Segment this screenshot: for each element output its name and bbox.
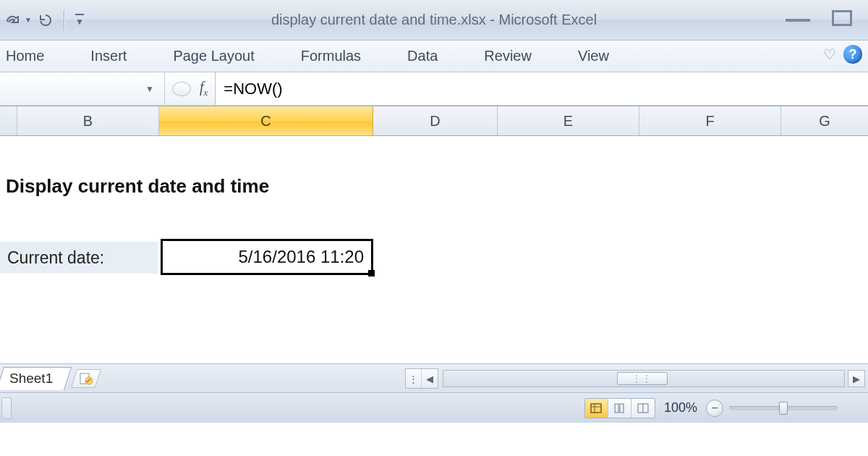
zoom-slider: − + [706,400,861,417]
tab-split-handle[interactable]: ⋮ [406,369,422,388]
horizontal-scroll-area: ⋮ ◀ ⋮⋮ ▶ [405,368,865,389]
column-header-g[interactable]: G [781,106,868,135]
minimize-button[interactable] [786,14,810,22]
svg-rect-6 [620,404,624,413]
help-button[interactable]: ? [843,45,862,64]
maximize-button[interactable] [832,10,852,26]
formula-input[interactable]: =NOW() [216,72,868,105]
status-bar: 100% − + [0,392,868,423]
title-appname: Microsoft Excel [499,12,597,28]
formula-bar-buttons: fx [165,72,216,105]
column-header-b[interactable]: B [17,106,159,135]
view-page-break-button[interactable] [631,399,655,418]
fill-handle[interactable] [368,270,375,276]
active-cell-value: 5/16/2016 11:20 [239,247,365,267]
horizontal-scroll-thumb[interactable]: ⋮⋮ [617,372,668,385]
column-headers: B C D E F G [0,106,868,136]
cancel-formula-button[interactable] [172,82,191,96]
minimize-ribbon-icon[interactable]: ♡ [823,46,836,63]
tab-page-layout[interactable]: Page Layout [171,43,255,69]
zoom-thumb[interactable] [779,402,788,415]
column-header-e[interactable]: E [498,106,639,135]
zoom-track[interactable] [729,406,838,410]
column-header-f[interactable]: F [639,106,781,135]
redo-button[interactable]: ▼ [4,13,32,28]
formula-bar-row: ▼ fx =NOW() [0,72,868,106]
formula-value: =NOW() [224,80,282,98]
tab-scroll-buttons: ⋮ ◀ [405,368,438,389]
view-normal-button[interactable] [585,399,608,418]
svg-rect-5 [615,404,618,413]
tab-scroll-left[interactable]: ◀ [422,369,438,388]
title-bar: ▼ ▼ display current date and time.xlsx -… [0,0,868,41]
new-sheet-button[interactable] [71,369,101,388]
svg-rect-2 [591,404,601,413]
horizontal-scrollbar[interactable]: ⋮⋮ [443,370,845,387]
view-buttons [584,398,655,418]
sheet-tab-bar: Sheet1 ⋮ ◀ ⋮⋮ ▶ [0,363,868,392]
repeat-button[interactable] [38,13,54,28]
active-cell[interactable]: 5/16/2016 11:20 [161,239,373,275]
horizontal-scroll-right[interactable]: ▶ [848,370,865,387]
status-resize-handle[interactable] [1,397,12,419]
name-box-dropdown-icon[interactable]: ▼ [145,84,154,94]
ribbon-tabs: Home Insert Page Layout Formulas Data Re… [0,41,868,72]
title-filename: display current date and time.xlsx [271,12,486,28]
label-cell[interactable]: Current date: [0,242,158,274]
sheet-tab-sheet1[interactable]: Sheet1 [0,367,72,390]
column-header-c[interactable]: C [159,106,373,135]
column-header-d[interactable]: D [373,106,498,135]
insert-function-button[interactable]: fx [200,79,208,98]
select-all-triangle[interactable] [0,106,17,135]
tab-review[interactable]: Review [482,43,533,69]
tab-home[interactable]: Home [4,43,46,69]
qat-separator [64,10,65,30]
tab-data[interactable]: Data [406,43,439,69]
tab-formulas[interactable]: Formulas [299,43,362,69]
zoom-out-button[interactable]: − [706,400,723,417]
tab-view[interactable]: View [576,43,610,69]
heading-cell: Display current date and time [6,175,269,198]
dropdown-icon: ▼ [25,16,32,24]
name-box[interactable]: ▼ [0,72,165,105]
customize-qat-button[interactable]: ▼ [75,14,84,27]
window-controls [786,10,852,26]
zoom-level[interactable]: 100% [664,400,697,415]
worksheet-grid[interactable]: Display current date and time Current da… [0,136,868,363]
window-title: display current date and time.xlsx - Mic… [0,12,868,28]
view-page-layout-button[interactable] [608,399,631,418]
tab-insert[interactable]: Insert [89,43,128,69]
quick-access-toolbar: ▼ ▼ [0,10,84,30]
